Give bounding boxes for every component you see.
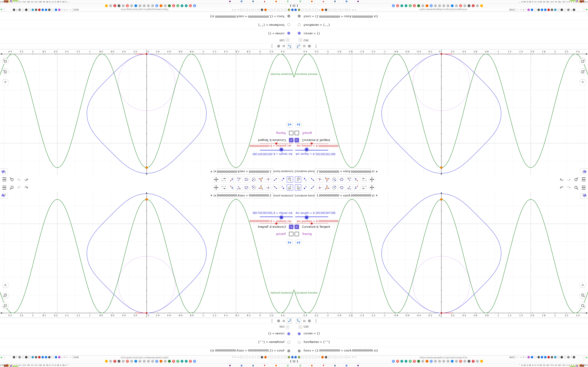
circle-icon[interactable] (246, 356, 248, 359)
bookmark-favicon[interactable] (400, 4, 403, 7)
bookmark-favicon[interactable]: G (430, 4, 432, 7)
bookmark-favicon[interactable] (400, 360, 403, 363)
bookmark-favicon[interactable] (463, 360, 466, 363)
stylebar-toggle-button[interactable] (580, 192, 588, 198)
angle-tool-button[interactable]: α (236, 176, 242, 183)
oval-icon[interactable] (298, 8, 300, 11)
angle-tool-button[interactable]: α (346, 176, 352, 183)
kebab-icon[interactable] (269, 44, 274, 49)
algebra-row[interactable]: funcNames = {“ ”} (0, 338, 294, 347)
drive-app-icon[interactable]: ▤ (285, 364, 291, 367)
perpendicular-line-tool-button[interactable] (317, 176, 323, 183)
arc-length-slider-handle[interactable] (304, 215, 309, 220)
floppy64-app-icon[interactable]: ▦ (239, 0, 244, 3)
floppy64-app-icon[interactable]: ▦ (239, 364, 244, 367)
search-icon[interactable] (9, 177, 14, 182)
record-icon[interactable] (38, 8, 41, 11)
globe-icon[interactable] (270, 356, 273, 359)
search-icon[interactable] (9, 185, 14, 190)
bookmark-favicon[interactable] (134, 360, 137, 363)
page-zoom-badge[interactable]: 81% (74, 8, 78, 11)
algebra-row[interactable]: funcs = {1.000000000000 + cos(4.00000000… (294, 347, 588, 355)
gray-visibility-marble[interactable] (287, 350, 290, 352)
arc-position-point[interactable] (146, 312, 147, 314)
lock-icon[interactable]: ⌂ (232, 8, 233, 11)
bookmark-favicon[interactable] (122, 360, 125, 363)
pause-icon[interactable] (290, 5, 294, 7)
balloon-icon[interactable] (294, 8, 297, 11)
oval-icon[interactable] (288, 8, 290, 11)
translate-icon[interactable] (72, 9, 74, 11)
record-icon[interactable] (547, 8, 550, 11)
globe-color-icon[interactable] (32, 356, 34, 359)
curvature-value-point[interactable] (146, 167, 148, 169)
tree-view-icon[interactable] (296, 318, 301, 323)
dot-icon[interactable] (249, 9, 251, 10)
bookmark-favicon[interactable] (417, 360, 420, 363)
bookmark-favicon[interactable] (168, 4, 171, 7)
curvature-tangent-checkbox[interactable]: ✓ (294, 138, 299, 142)
curvature-function-dropdown[interactable]: 1.000000000000 + cos(4.000000000000 x) ▼ (217, 192, 273, 198)
globe-gray-icon[interactable] (564, 8, 566, 11)
bookmark-favicon[interactable] (442, 360, 445, 363)
arc-length-slider[interactable] (260, 150, 293, 151)
point-tool-button[interactable]: A (302, 184, 308, 191)
circle-icon[interactable] (334, 356, 337, 359)
curvature-value-point[interactable] (146, 198, 148, 200)
undo-icon[interactable]: ↶ (559, 185, 564, 190)
tray-circle-icon[interactable] (583, 356, 586, 359)
white-visibility-marble[interactable] (287, 341, 290, 344)
gray-visibility-marble[interactable] (287, 15, 290, 17)
arc-length-slider[interactable] (295, 216, 328, 217)
stylebar-toggle-button[interactable] (0, 169, 8, 175)
shield-dark-icon[interactable] (561, 8, 563, 11)
bookmark-favicon[interactable] (442, 4, 445, 7)
globe-icon[interactable] (284, 8, 287, 11)
zoom-out-button[interactable]: − (579, 58, 586, 65)
algebra-row[interactable]: funcNames = {“ ”} (294, 20, 588, 29)
tracing-checkbox[interactable] (289, 131, 294, 135)
search-icon[interactable] (574, 177, 579, 182)
bookmark-favicon[interactable]: f (472, 4, 475, 7)
white-visibility-marble[interactable] (298, 23, 301, 26)
tray-circle-icon[interactable] (2, 8, 5, 11)
bookmark-favicon[interactable]: G (430, 360, 432, 363)
bookmark-favicon[interactable]: G (189, 4, 192, 7)
drive-app-icon[interactable]: ▤ (297, 0, 303, 3)
trash-icon[interactable] (551, 356, 553, 359)
pause-icon[interactable] (294, 360, 298, 362)
redo-icon[interactable]: ↷ (566, 177, 571, 182)
algebra-row[interactable]: funcNames = {“ ”} (294, 338, 588, 347)
collapse-group-button[interactable]: − (299, 325, 302, 329)
balloon-icon[interactable] (291, 8, 294, 11)
play-pause-button[interactable]: ▶ (295, 122, 301, 128)
folder-icon[interactable] (240, 356, 242, 358)
algebra-row[interactable]: curves = {} (0, 330, 294, 338)
stylebar-toggle-button[interactable] (0, 192, 8, 198)
plus-icon[interactable] (541, 8, 543, 11)
arc-icon[interactable] (277, 8, 280, 11)
graphics-view[interactable]: -2.4-2.2-2-1.8-1.6-1.4-1.2-1-0.8-0.6-0.4… (0, 192, 294, 317)
slider-tool-button[interactable]: a = 2 (361, 184, 367, 191)
monitor-app-icon[interactable]: ▣ (250, 0, 256, 3)
monitor-app-icon[interactable]: ▣ (250, 364, 256, 367)
fx-icon[interactable]: fx (281, 318, 286, 323)
zoom-out-button[interactable]: − (2, 302, 9, 309)
undo-icon[interactable]: ↶ (24, 177, 29, 182)
arrow-right-icon[interactable]: → (520, 8, 522, 11)
phone-icon[interactable] (52, 8, 54, 11)
owl-app-icon[interactable]: ● (355, 364, 361, 367)
bookmark-favicon[interactable] (434, 360, 437, 363)
down-icon[interactable] (42, 356, 44, 359)
bookmark-favicon[interactable] (181, 4, 183, 7)
monitor-app-icon[interactable]: ▣ (332, 364, 338, 367)
down-icon[interactable] (42, 8, 44, 11)
gear-icon[interactable] (325, 356, 327, 359)
gray-visibility-marble[interactable] (298, 15, 301, 17)
bookmark-favicon[interactable] (476, 4, 479, 7)
star-icon[interactable]: ☆ (517, 8, 519, 11)
wrench-icon[interactable]: ⌂ (16, 8, 17, 11)
globe-icon[interactable] (257, 8, 260, 11)
down-icon[interactable] (544, 8, 546, 11)
line-tool-button[interactable] (272, 176, 279, 183)
